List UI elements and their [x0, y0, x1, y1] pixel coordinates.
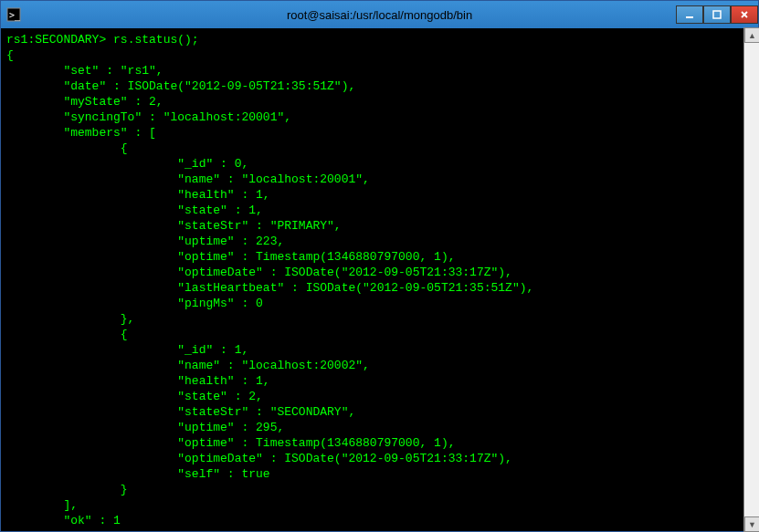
terminal-icon: >_ [6, 7, 21, 22]
output-line: "_id" : 1, [6, 343, 248, 357]
output-line: "myState" : 2, [6, 95, 163, 109]
terminal-body[interactable]: rs1:SECONDARY> rs.status(); { "set" : "r… [1, 28, 758, 531]
svg-rect-3 [713, 11, 721, 18]
output-line: "optime" : Timestamp(1346880797000, 1), [6, 250, 455, 264]
output-line: }, [6, 312, 134, 326]
scroll-down-button[interactable]: ▼ [744, 516, 759, 532]
terminal-window: >_ root@saisai:/usr/local/mongodb/bin rs… [0, 0, 759, 532]
maximize-button[interactable] [703, 5, 731, 24]
output-line: } [6, 529, 14, 531]
output-line: ], [6, 498, 78, 512]
output-line: "_id" : 0, [6, 157, 248, 171]
window-title: root@saisai:/usr/local/mongodb/bin [287, 8, 472, 22]
output-line: "state" : 2, [6, 390, 263, 403]
scroll-up-button[interactable]: ▲ [744, 27, 759, 43]
output-line: "date" : ISODate("2012-09-05T21:35:51Z")… [6, 79, 355, 93]
output-line: "name" : "localhost:20002", [6, 359, 370, 372]
command-text: rs.status(); [113, 33, 199, 47]
output-line: "optimeDate" : ISODate("2012-09-05T21:33… [6, 266, 512, 279]
svg-rect-2 [686, 16, 693, 18]
titlebar[interactable]: >_ root@saisai:/usr/local/mongodb/bin [1, 1, 758, 28]
titlebar-left: >_ [1, 7, 26, 22]
close-button[interactable] [731, 5, 758, 24]
output-line: "name" : "localhost:20001", [6, 172, 370, 186]
svg-text:>_: >_ [9, 10, 21, 21]
output-line: "uptime" : 295, [6, 421, 284, 434]
output-line: "ok" : 1 [6, 514, 121, 527]
scrollbar-track[interactable] [744, 43, 759, 516]
output-line: "members" : [ [6, 126, 156, 140]
output-line: "self" : true [6, 467, 270, 481]
scrollbar[interactable]: ▲ ▼ [743, 27, 759, 532]
output-line: { [6, 141, 128, 155]
minimize-button[interactable] [676, 5, 703, 24]
output-line: { [6, 48, 14, 62]
titlebar-buttons [676, 5, 758, 24]
prompt: rs1:SECONDARY> [6, 33, 113, 47]
output-line: "optimeDate" : ISODate("2012-09-05T21:33… [6, 452, 512, 465]
output-line: "health" : 1, [6, 374, 270, 388]
output-line: } [6, 483, 128, 496]
output-line: "state" : 1, [6, 203, 263, 217]
output-line: "uptime" : 223, [6, 235, 284, 248]
output-line: "lastHeartbeat" : ISODate("2012-09-05T21… [6, 281, 533, 295]
output-line: "pingMs" : 0 [6, 297, 263, 310]
output-line: "syncingTo" : "localhost:20001", [6, 110, 291, 124]
output-line: "set" : "rs1", [6, 64, 163, 78]
output-line: "stateStr" : "SECONDARY", [6, 405, 355, 419]
output-line: "stateStr" : "PRIMARY", [6, 219, 342, 233]
output-line: "optime" : Timestamp(1346880797000, 1), [6, 436, 455, 450]
output-line: "health" : 1, [6, 188, 270, 202]
output-line: { [6, 328, 128, 341]
